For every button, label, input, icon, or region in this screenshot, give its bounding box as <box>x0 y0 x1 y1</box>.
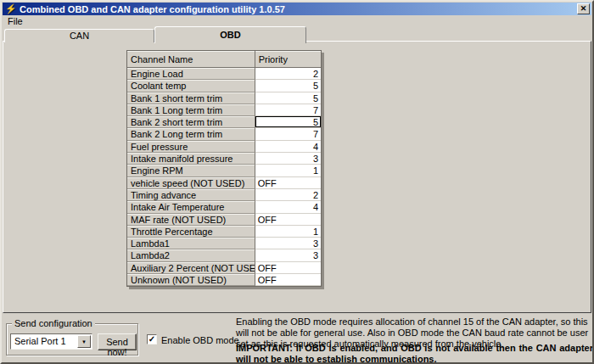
priority-cell[interactable]: OFF <box>255 214 321 226</box>
enable-obd-mode-control: ✓ Enable OBD mode <box>147 334 239 345</box>
window-title: Combined OBD and CAN adapter configurati… <box>20 4 285 14</box>
channel-name-cell: Bank 1 short term trim <box>127 92 255 104</box>
channel-name-cell: Intake manifold pressure <box>127 153 255 165</box>
group-label: Send configuration <box>12 318 95 328</box>
send-now-button[interactable]: Send now! <box>98 333 137 350</box>
table-row: Bank 2 Long term trim7 <box>127 128 321 140</box>
priority-cell[interactable]: 4 <box>255 141 321 153</box>
table-row: Unknown (NOT USED)OFF <box>127 274 321 286</box>
tab-can[interactable]: CAN <box>4 29 154 42</box>
menu-bar: File <box>3 15 591 27</box>
table-row: Engine RPM1 <box>127 165 321 176</box>
table-row: Intake manifold pressure3 <box>127 153 321 165</box>
priority-cell[interactable]: 3 <box>255 153 321 165</box>
channel-name-cell: Intake Air Temperature <box>127 201 255 213</box>
table-row: Auxiliary 2 Percent (NOT USED)OFF <box>127 262 321 274</box>
channel-name-cell: Fuel pressure <box>127 141 255 153</box>
channel-name-cell: Engine Load <box>127 68 255 80</box>
channel-name-cell: Auxiliary 2 Percent (NOT USED) <box>127 262 255 274</box>
channel-name-cell: Lambda1 <box>127 238 255 249</box>
app-window: ⚡ Combined OBD and CAN adapter configura… <box>0 0 594 364</box>
priority-cell[interactable]: OFF <box>255 262 321 274</box>
table-row: Engine Load2 <box>127 68 321 80</box>
channel-name-cell: vehicle speed (NOT USED) <box>127 177 255 189</box>
table-row: Intake Air Temperature4 <box>127 201 321 213</box>
obd-mode-important-text: IMPORTANT: If OBD is enabled, and OBD is… <box>236 343 593 364</box>
app-icon: ⚡ <box>5 3 16 14</box>
table-row: Bank 1 Long term trim7 <box>127 104 321 116</box>
serial-port-value: Serial Port 1 <box>14 336 66 346</box>
priority-cell[interactable]: 7 <box>255 104 321 116</box>
priority-cell[interactable]: 1 <box>255 226 321 238</box>
channel-name-cell: Throttle Percentage <box>127 226 255 238</box>
channel-name-cell: Lambda2 <box>127 249 255 261</box>
table-row: Timing advance2 <box>127 189 321 201</box>
chevron-down-icon[interactable]: ▼ <box>77 335 91 348</box>
table-row: Lambda13 <box>127 238 321 249</box>
priority-cell[interactable]: 7 <box>255 128 321 140</box>
table-row: Throttle Percentage1 <box>127 226 321 238</box>
channel-name-cell: Timing advance <box>127 189 255 201</box>
priority-cell[interactable]: 2 <box>255 189 321 201</box>
menu-item-file[interactable]: File <box>3 15 28 27</box>
channel-name-cell: MAF rate (NOT USED) <box>127 214 255 226</box>
priority-cell[interactable]: 5 <box>255 80 321 92</box>
channel-name-cell: Bank 2 short term trim <box>127 116 255 128</box>
grid-header-row: Channel Name Priority <box>127 51 321 68</box>
priority-cell[interactable]: OFF <box>255 274 321 286</box>
priority-cell[interactable]: 5 <box>255 92 321 104</box>
channel-name-cell: Engine RPM <box>127 165 255 176</box>
channel-name-cell: Bank 1 Long term trim <box>127 104 255 116</box>
title-bar: ⚡ Combined OBD and CAN adapter configura… <box>3 3 591 15</box>
serial-port-select[interactable]: Serial Port 1 ▼ <box>10 333 92 350</box>
priority-cell[interactable]: OFF <box>255 177 321 189</box>
priority-cell[interactable]: 2 <box>255 68 321 80</box>
channel-name-cell: Bank 2 Long term trim <box>127 128 255 140</box>
table-row: Coolant temp5 <box>127 80 321 92</box>
priority-cell[interactable]: 5 <box>255 116 321 128</box>
priority-cell[interactable]: 3 <box>255 249 321 261</box>
table-row: vehicle speed (NOT USED)OFF <box>127 177 321 189</box>
table-row: Bank 1 short term trim5 <box>127 92 321 104</box>
grid-body: Engine Load2Coolant temp5Bank 1 short te… <box>127 68 321 286</box>
channel-priority-grid: Channel Name Priority Engine Load2Coolan… <box>126 50 322 287</box>
channel-name-cell: Unknown (NOT USED) <box>127 274 255 286</box>
column-header-priority: Priority <box>255 51 321 68</box>
check-icon: ✓ <box>148 334 155 344</box>
enable-obd-checkbox[interactable]: ✓ <box>147 334 157 344</box>
obd-tab-page: Channel Name Priority Engine Load2Coolan… <box>3 41 591 313</box>
priority-cell[interactable]: 3 <box>255 238 321 249</box>
close-icon[interactable]: ✕ <box>577 3 590 14</box>
tab-strip: CAN OBD <box>3 26 307 42</box>
channel-name-cell: Coolant temp <box>127 80 255 92</box>
priority-cell[interactable]: 4 <box>255 201 321 213</box>
priority-cell[interactable]: 1 <box>255 165 321 176</box>
send-configuration-group: Send configuration Serial Port 1 ▼ Send … <box>6 323 138 356</box>
table-row: Bank 2 short term trim5 <box>127 116 321 128</box>
column-header-channel-name: Channel Name <box>127 51 255 68</box>
table-row: MAF rate (NOT USED)OFF <box>127 214 321 226</box>
table-row: Fuel pressure4 <box>127 141 321 153</box>
tab-obd[interactable]: OBD <box>154 26 306 43</box>
table-row: Lambda23 <box>127 249 321 261</box>
enable-obd-label: Enable OBD mode <box>161 334 239 345</box>
